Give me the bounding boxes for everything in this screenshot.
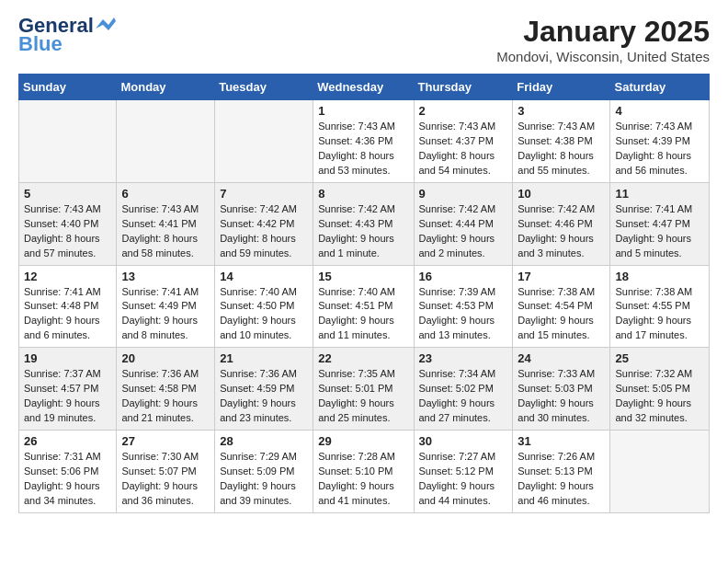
table-row: 14Sunrise: 7:40 AMSunset: 4:50 PMDayligh… — [215, 265, 313, 348]
day-number: 27 — [121, 434, 210, 448]
day-number: 30 — [419, 434, 508, 448]
day-number: 23 — [419, 351, 508, 365]
table-row: 13Sunrise: 7:41 AMSunset: 4:49 PMDayligh… — [117, 265, 215, 348]
table-row: 17Sunrise: 7:38 AMSunset: 4:54 PMDayligh… — [513, 265, 610, 348]
day-number: 28 — [220, 434, 308, 448]
table-row — [215, 100, 313, 183]
calendar-week-row: 12Sunrise: 7:41 AMSunset: 4:48 PMDayligh… — [19, 265, 710, 348]
table-row: 12Sunrise: 7:41 AMSunset: 4:48 PMDayligh… — [19, 265, 117, 348]
day-number: 25 — [615, 351, 704, 365]
page-container: General Blue January 2025 Mondovi, Wisco… — [0, 0, 728, 523]
day-info: Sunrise: 7:40 AMSunset: 4:51 PMDaylight:… — [318, 285, 408, 344]
day-info: Sunrise: 7:32 AMSunset: 5:05 PMDaylight:… — [615, 367, 704, 426]
day-info: Sunrise: 7:43 AMSunset: 4:36 PMDaylight:… — [318, 120, 408, 178]
calendar-header-row: Sunday Monday Tuesday Wednesday Thursday… — [19, 75, 710, 100]
day-number: 19 — [24, 351, 111, 365]
day-info: Sunrise: 7:30 AMSunset: 5:07 PMDaylight:… — [121, 450, 210, 509]
day-number: 16 — [419, 270, 508, 283]
calendar-week-row: 5Sunrise: 7:43 AMSunset: 4:40 PMDaylight… — [19, 182, 710, 265]
day-number: 20 — [121, 351, 210, 365]
logo-bird-icon — [96, 17, 116, 32]
table-row: 26Sunrise: 7:31 AMSunset: 5:06 PMDayligh… — [19, 431, 117, 513]
day-info: Sunrise: 7:43 AMSunset: 4:41 PMDaylight:… — [121, 202, 210, 261]
table-row: 25Sunrise: 7:32 AMSunset: 5:05 PMDayligh… — [610, 348, 710, 431]
table-row: 29Sunrise: 7:28 AMSunset: 5:10 PMDayligh… — [313, 431, 414, 513]
col-wednesday: Wednesday — [313, 75, 414, 100]
day-number: 29 — [318, 434, 408, 448]
col-saturday: Saturday — [610, 75, 710, 100]
calendar-week-row: 1Sunrise: 7:43 AMSunset: 4:36 PMDaylight… — [19, 100, 710, 183]
table-row: 28Sunrise: 7:29 AMSunset: 5:09 PMDayligh… — [215, 431, 313, 513]
col-monday: Monday — [117, 75, 215, 100]
table-row: 10Sunrise: 7:42 AMSunset: 4:46 PMDayligh… — [513, 182, 610, 265]
table-row: 7Sunrise: 7:42 AMSunset: 4:42 PMDaylight… — [215, 182, 313, 265]
day-info: Sunrise: 7:38 AMSunset: 4:54 PMDaylight:… — [518, 285, 605, 344]
day-info: Sunrise: 7:27 AMSunset: 5:12 PMDaylight:… — [419, 450, 508, 509]
day-number: 9 — [419, 187, 508, 201]
table-row: 20Sunrise: 7:36 AMSunset: 4:58 PMDayligh… — [117, 348, 215, 431]
table-row: 23Sunrise: 7:34 AMSunset: 5:02 PMDayligh… — [414, 348, 513, 431]
day-info: Sunrise: 7:26 AMSunset: 5:13 PMDaylight:… — [518, 450, 605, 509]
day-number: 5 — [24, 187, 111, 201]
table-row: 19Sunrise: 7:37 AMSunset: 4:57 PMDayligh… — [19, 348, 117, 431]
col-thursday: Thursday — [414, 75, 513, 100]
day-number: 3 — [518, 104, 605, 118]
day-info: Sunrise: 7:38 AMSunset: 4:55 PMDaylight:… — [615, 285, 704, 344]
day-number: 17 — [518, 270, 605, 283]
day-number: 22 — [318, 351, 408, 365]
day-number: 12 — [24, 270, 111, 283]
day-number: 26 — [24, 434, 111, 448]
day-number: 11 — [615, 187, 704, 201]
table-row: 24Sunrise: 7:33 AMSunset: 5:03 PMDayligh… — [513, 348, 610, 431]
day-number: 2 — [419, 104, 508, 118]
day-info: Sunrise: 7:41 AMSunset: 4:49 PMDaylight:… — [121, 285, 210, 344]
col-friday: Friday — [513, 75, 610, 100]
table-row: 1Sunrise: 7:43 AMSunset: 4:36 PMDaylight… — [313, 100, 414, 183]
day-info: Sunrise: 7:36 AMSunset: 4:58 PMDaylight:… — [121, 367, 210, 426]
day-info: Sunrise: 7:29 AMSunset: 5:09 PMDaylight:… — [220, 450, 308, 509]
day-info: Sunrise: 7:41 AMSunset: 4:47 PMDaylight:… — [615, 202, 704, 261]
day-info: Sunrise: 7:42 AMSunset: 4:44 PMDaylight:… — [419, 202, 508, 261]
day-number: 24 — [518, 351, 605, 365]
table-row: 21Sunrise: 7:36 AMSunset: 4:59 PMDayligh… — [215, 348, 313, 431]
logo: General Blue — [18, 15, 116, 55]
day-number: 8 — [318, 187, 408, 201]
day-number: 18 — [615, 270, 704, 283]
day-info: Sunrise: 7:33 AMSunset: 5:03 PMDaylight:… — [518, 367, 605, 426]
day-info: Sunrise: 7:43 AMSunset: 4:40 PMDaylight:… — [24, 202, 111, 261]
day-info: Sunrise: 7:41 AMSunset: 4:48 PMDaylight:… — [24, 285, 111, 344]
col-tuesday: Tuesday — [215, 75, 313, 100]
table-row — [19, 100, 117, 183]
month-title: January 2025 — [496, 15, 710, 49]
title-block: January 2025 Mondovi, Wisconsin, United … — [496, 15, 710, 64]
table-row: 8Sunrise: 7:42 AMSunset: 4:43 PMDaylight… — [313, 182, 414, 265]
table-row: 4Sunrise: 7:43 AMSunset: 4:39 PMDaylight… — [610, 100, 710, 183]
table-row: 18Sunrise: 7:38 AMSunset: 4:55 PMDayligh… — [610, 265, 710, 348]
day-info: Sunrise: 7:43 AMSunset: 4:37 PMDaylight:… — [419, 120, 508, 178]
day-number: 6 — [121, 187, 210, 201]
table-row: 9Sunrise: 7:42 AMSunset: 4:44 PMDaylight… — [414, 182, 513, 265]
table-row — [117, 100, 215, 183]
calendar-week-row: 19Sunrise: 7:37 AMSunset: 4:57 PMDayligh… — [19, 348, 710, 431]
table-row: 2Sunrise: 7:43 AMSunset: 4:37 PMDaylight… — [414, 100, 513, 183]
table-row: 22Sunrise: 7:35 AMSunset: 5:01 PMDayligh… — [313, 348, 414, 431]
day-number: 31 — [518, 434, 605, 448]
day-number: 1 — [318, 104, 408, 118]
day-info: Sunrise: 7:28 AMSunset: 5:10 PMDaylight:… — [318, 450, 408, 509]
day-info: Sunrise: 7:40 AMSunset: 4:50 PMDaylight:… — [220, 285, 308, 344]
day-info: Sunrise: 7:37 AMSunset: 4:57 PMDaylight:… — [24, 367, 111, 426]
day-number: 21 — [220, 351, 308, 365]
day-info: Sunrise: 7:42 AMSunset: 4:46 PMDaylight:… — [518, 202, 605, 261]
table-row: 6Sunrise: 7:43 AMSunset: 4:41 PMDaylight… — [117, 182, 215, 265]
day-info: Sunrise: 7:42 AMSunset: 4:42 PMDaylight:… — [220, 202, 308, 261]
table-row — [610, 431, 710, 513]
location: Mondovi, Wisconsin, United States — [496, 49, 710, 64]
day-number: 10 — [518, 187, 605, 201]
day-number: 13 — [121, 270, 210, 283]
day-info: Sunrise: 7:42 AMSunset: 4:43 PMDaylight:… — [318, 202, 408, 261]
day-info: Sunrise: 7:34 AMSunset: 5:02 PMDaylight:… — [419, 367, 508, 426]
table-row: 27Sunrise: 7:30 AMSunset: 5:07 PMDayligh… — [117, 431, 215, 513]
day-info: Sunrise: 7:43 AMSunset: 4:39 PMDaylight:… — [615, 120, 704, 178]
table-row: 15Sunrise: 7:40 AMSunset: 4:51 PMDayligh… — [313, 265, 414, 348]
day-info: Sunrise: 7:43 AMSunset: 4:38 PMDaylight:… — [518, 120, 605, 178]
